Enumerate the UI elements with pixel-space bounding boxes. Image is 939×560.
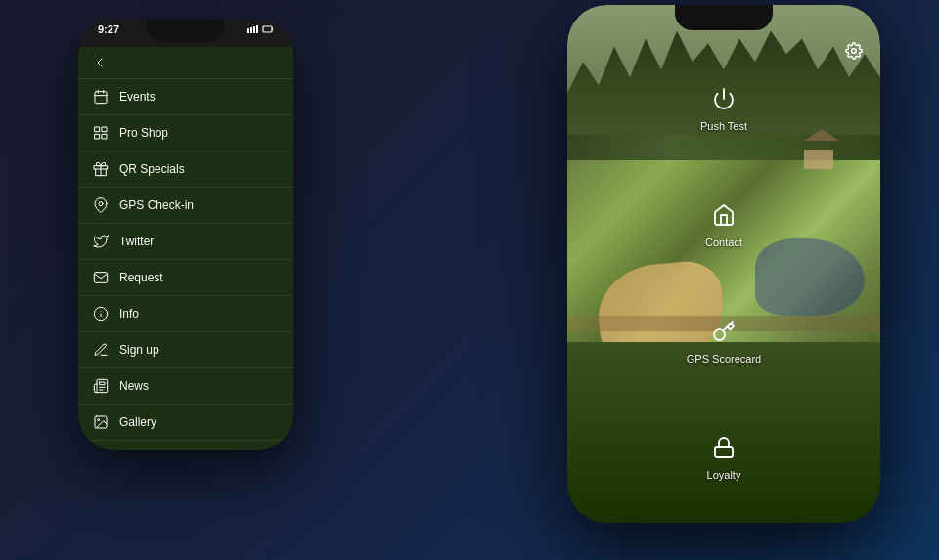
keys-icon — [706, 314, 741, 349]
info-label: Info — [119, 307, 139, 321]
request-label: Request — [119, 271, 163, 284]
svg-rect-6 — [95, 92, 107, 104]
svg-rect-11 — [102, 127, 107, 132]
pencil-icon — [92, 341, 110, 359]
signup-label: Sign up — [119, 343, 159, 357]
pro-shop-label: Pro Shop — [119, 126, 168, 140]
right-menu-push-test[interactable]: Push Test — [567, 73, 880, 140]
menu-container: Events Pro Shop QR Specials — [78, 47, 293, 450]
svg-rect-10 — [95, 127, 100, 132]
gps-scorecard-label: GPS Scorecard — [687, 353, 761, 365]
gallery-label: Gallery — [119, 415, 156, 429]
news-label: News — [119, 379, 149, 393]
info-icon — [92, 305, 110, 323]
menu-item-signup[interactable]: Sign up — [78, 332, 293, 368]
menu-item-events[interactable]: Events — [78, 79, 293, 115]
power-icon — [706, 81, 741, 116]
svg-rect-2 — [253, 26, 255, 33]
notch-right — [675, 5, 773, 30]
signpost-icon — [706, 197, 741, 233]
newspaper-icon — [92, 377, 110, 395]
menu-item-info[interactable]: Info — [78, 296, 293, 332]
qr-specials-label: QR Specials — [119, 162, 185, 176]
svg-rect-12 — [95, 134, 100, 139]
scene: 9:27 Events — [0, 0, 939, 560]
menu-item-gps-checkin[interactable]: GPS Check-in — [78, 188, 293, 224]
menu-item-gallery[interactable]: Gallery — [78, 405, 293, 441]
svg-rect-1 — [250, 27, 252, 33]
mail-icon — [92, 269, 110, 286]
left-phone: 9:27 Events — [78, 20, 293, 450]
svg-rect-3 — [256, 25, 258, 33]
menu-item-pro-shop[interactable]: Pro Shop — [78, 115, 293, 151]
contact-label: Contact — [705, 237, 742, 248]
grid-icon — [92, 124, 110, 142]
events-label: Events — [119, 90, 156, 104]
svg-rect-13 — [102, 134, 107, 139]
gps-checkin-label: GPS Check-in — [119, 198, 194, 212]
push-test-label: Push Test — [700, 120, 747, 132]
gallery-icon — [92, 413, 110, 431]
right-menu: Push Test Contact — [567, 39, 880, 523]
menu-item-qr-specials[interactable]: QR Specials — [78, 151, 293, 188]
svg-point-16 — [99, 202, 103, 206]
right-phone: Push Test Contact — [567, 5, 880, 523]
svg-rect-28 — [715, 447, 733, 457]
right-menu-gps-scorecard[interactable]: GPS Scorecard — [567, 306, 880, 372]
lock-icon — [706, 430, 741, 465]
right-menu-contact[interactable]: Contact — [567, 190, 880, 256]
time-display: 9:27 — [98, 23, 119, 35]
twitter-label: Twitter — [119, 235, 154, 248]
calendar-icon — [92, 88, 110, 106]
svg-point-21 — [98, 419, 100, 421]
location-icon — [92, 196, 110, 214]
menu-item-twitter[interactable]: Twitter — [78, 224, 293, 260]
loyalty-label: Loyalty — [707, 469, 741, 481]
right-menu-loyalty[interactable]: Loyalty — [567, 422, 880, 489]
status-bar-left: 9:27 — [98, 23, 274, 35]
menu-item-send-photo[interactable]: Send a photo — [78, 441, 293, 450]
menu-item-request[interactable]: Request — [78, 260, 293, 296]
back-button[interactable] — [78, 47, 293, 79]
gear-button[interactable] — [845, 42, 863, 65]
twitter-icon — [92, 233, 110, 250]
svg-rect-4 — [263, 26, 272, 32]
svg-point-26 — [852, 49, 857, 54]
gift-icon — [92, 160, 110, 178]
svg-rect-0 — [247, 28, 249, 33]
menu-item-news[interactable]: News — [78, 368, 293, 405]
